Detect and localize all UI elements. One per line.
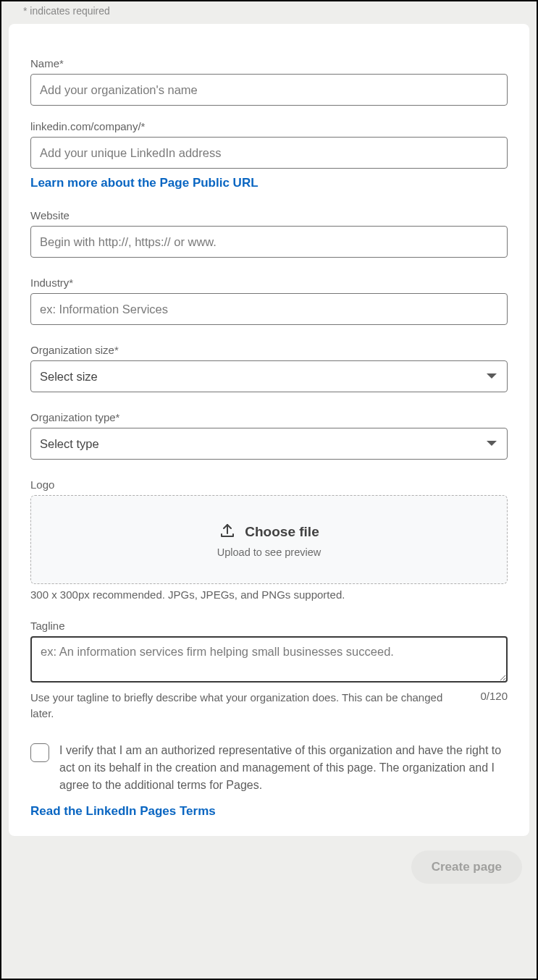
url-input[interactable] [30, 137, 508, 169]
tagline-hint: Use your tagline to briefly describe wha… [30, 690, 467, 722]
org-size-select[interactable]: Select size [30, 360, 508, 392]
logo-upload-box[interactable]: Choose file Upload to see preview [30, 495, 508, 584]
tagline-label: Tagline [30, 620, 508, 632]
industry-input[interactable] [30, 293, 508, 325]
org-size-label: Organization size* [30, 344, 508, 356]
verify-text: I verify that I am an authorized represe… [59, 742, 508, 794]
name-label: Name* [30, 57, 508, 69]
form-card: Name* linkedin.com/company/* Learn more … [9, 24, 529, 836]
logo-hint: 300 x 300px recommended. JPGs, JPEGs, an… [30, 588, 508, 601]
create-page-button[interactable]: Create page [411, 850, 522, 884]
name-input[interactable] [30, 74, 508, 106]
url-label: linkedin.com/company/* [30, 120, 508, 132]
logo-label: Logo [30, 478, 508, 491]
required-note: * indicates required [9, 1, 529, 24]
org-type-select[interactable]: Select type [30, 428, 508, 460]
choose-file-label: Choose file [245, 524, 319, 540]
tagline-char-count: 0/120 [480, 690, 508, 702]
website-input[interactable] [30, 226, 508, 258]
tagline-textarea[interactable] [30, 636, 508, 683]
industry-label: Industry* [30, 276, 508, 289]
upload-preview-hint: Upload to see preview [217, 546, 321, 558]
verify-checkbox[interactable] [30, 743, 49, 762]
website-label: Website [30, 209, 508, 221]
upload-icon [219, 522, 236, 542]
terms-link[interactable]: Read the LinkedIn Pages Terms [30, 804, 216, 819]
org-type-label: Organization type* [30, 411, 508, 423]
learn-more-url-link[interactable]: Learn more about the Page Public URL [30, 176, 259, 190]
